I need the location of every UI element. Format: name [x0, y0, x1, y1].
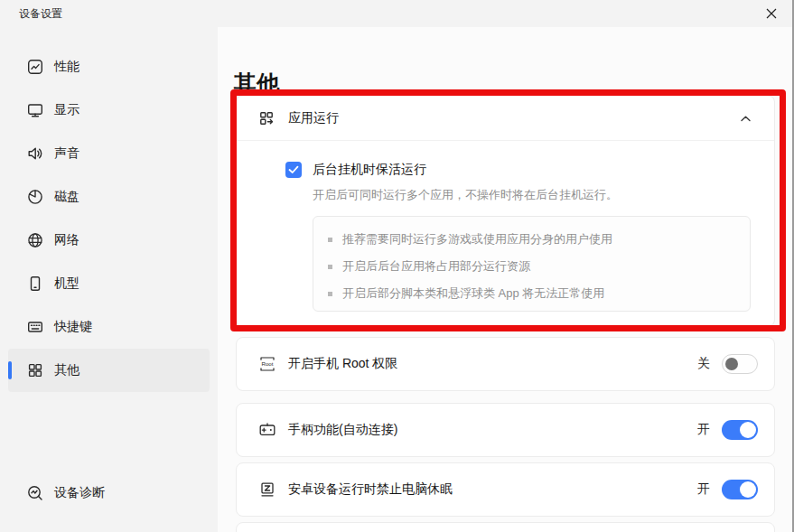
keyboard-shortcut-icon	[27, 319, 43, 335]
grid-icon	[27, 362, 43, 378]
toggle-state-text: 开	[697, 481, 710, 498]
sidebar-item-disk[interactable]: 磁盘	[8, 175, 210, 219]
sidebar-item-performance[interactable]: 性能	[8, 45, 210, 89]
next-card-partial	[236, 522, 775, 532]
setting-label: 安卓设备运行时禁止电脑休眠	[288, 481, 697, 498]
titlebar: 设备设置	[0, 0, 792, 27]
collapse-section-button[interactable]	[734, 107, 756, 129]
diagnostic-icon	[27, 485, 43, 501]
no-sleep-card: 安卓设备运行时禁止电脑休眠 开	[236, 462, 775, 517]
no-sleep-toggle[interactable]	[722, 480, 758, 499]
keep-alive-notes-box: 推荐需要同时运行多游戏或使用应用分身的用户使用 开启后后台应用将占用部分运行资源…	[313, 216, 751, 312]
note-text: 开启后后台应用将占用部分运行资源	[342, 258, 530, 275]
sidebar-item-other[interactable]: 其他	[8, 349, 210, 392]
toggle-knob	[740, 481, 756, 498]
root-permission-toggle[interactable]	[722, 354, 758, 374]
sidebar-item-label: 性能	[54, 59, 79, 75]
chevron-up-icon	[741, 111, 751, 125]
toggle-row: 安卓设备运行时禁止电脑休眠 开	[237, 463, 774, 516]
gamepad-icon	[258, 421, 276, 439]
sidebar-item-device-model[interactable]: 机型	[8, 262, 210, 305]
app-run-icon	[258, 110, 275, 126]
note-text: 开启后部分脚本类和悬浮球类 App 将无法正常使用	[342, 285, 604, 302]
gamepad-toggle[interactable]	[722, 420, 758, 440]
sidebar-item-label: 磁盘	[54, 189, 79, 205]
disk-icon	[27, 189, 43, 205]
keep-alive-description: 开启后可同时运行多个应用，不操作时将在后台挂机运行。	[313, 187, 618, 203]
toggle-knob	[725, 358, 738, 370]
gamepad-card: 手柄功能(自动连接) 开	[236, 403, 775, 457]
section-title: 应用运行	[288, 110, 734, 126]
performance-icon	[27, 59, 43, 75]
app-run-header[interactable]: 应用运行	[237, 96, 774, 141]
window-title: 设备设置	[0, 6, 62, 22]
toggle-row: 手柄功能(自动连接) 开	[237, 404, 774, 456]
sidebar-list: 性能 显示 声音 磁盘	[0, 27, 218, 392]
device-settings-window: 设备设置 性能 显示	[0, 0, 794, 532]
display-icon	[27, 102, 43, 118]
note-item: 推荐需要同时运行多游戏或使用应用分身的用户使用	[313, 226, 750, 253]
app-run-section: 应用运行 后台挂机时保活运行 开启后可同时运行多个应用，不操作时将在后台挂机运行…	[236, 95, 775, 327]
sidebar-item-label: 快捷键	[54, 319, 92, 335]
sidebar-item-label: 网络	[54, 232, 79, 248]
root-permission-card: Root 开启手机 Root 权限 关	[236, 337, 775, 391]
no-sleep-icon	[258, 481, 276, 499]
check-icon	[288, 162, 299, 178]
square-bullet-icon	[328, 292, 332, 296]
keep-alive-checkbox[interactable]	[285, 162, 302, 178]
sidebar-item-diagnostics[interactable]: 设备诊断	[8, 471, 210, 515]
sidebar-item-label: 显示	[54, 102, 79, 118]
toggle-row: Root 开启手机 Root 权限 关	[237, 338, 774, 390]
setting-label: 开启手机 Root 权限	[288, 356, 697, 372]
toggle-state-text: 关	[697, 356, 710, 372]
root-icon: Root	[258, 355, 276, 373]
close-button[interactable]	[754, 0, 789, 27]
sidebar-item-label: 声音	[54, 145, 79, 162]
sidebar: 性能 显示 声音 磁盘	[0, 27, 218, 532]
square-bullet-icon	[328, 265, 332, 269]
device-model-icon	[27, 275, 43, 292]
keep-alive-label: 后台挂机时保活运行	[313, 162, 426, 178]
network-icon	[27, 232, 43, 248]
note-item: 开启后后台应用将占用部分运行资源	[313, 253, 750, 280]
setting-label: 手柄功能(自动连接)	[288, 422, 697, 438]
toggle-state-text: 开	[697, 422, 710, 438]
close-icon	[766, 8, 777, 19]
main-panel: 其他 应用运行 后台挂机时保活运	[218, 27, 792, 532]
toggle-knob	[740, 422, 756, 438]
sidebar-item-shortcuts[interactable]: 快捷键	[8, 305, 210, 349]
svg-text:Root: Root	[261, 360, 273, 367]
note-item: 开启后部分脚本类和悬浮球类 App 将无法正常使用	[313, 280, 750, 307]
sidebar-item-label: 设备诊断	[54, 485, 105, 501]
sidebar-item-display[interactable]: 显示	[8, 89, 210, 132]
keep-alive-setting: 后台挂机时保活运行	[285, 162, 426, 178]
sidebar-item-label: 机型	[54, 275, 79, 292]
square-bullet-icon	[328, 238, 332, 242]
sidebar-item-sound[interactable]: 声音	[8, 132, 210, 175]
note-text: 推荐需要同时运行多游戏或使用应用分身的用户使用	[342, 231, 612, 247]
sidebar-item-network[interactable]: 网络	[8, 219, 210, 262]
sidebar-item-label: 其他	[54, 362, 79, 378]
sound-icon	[27, 145, 43, 162]
